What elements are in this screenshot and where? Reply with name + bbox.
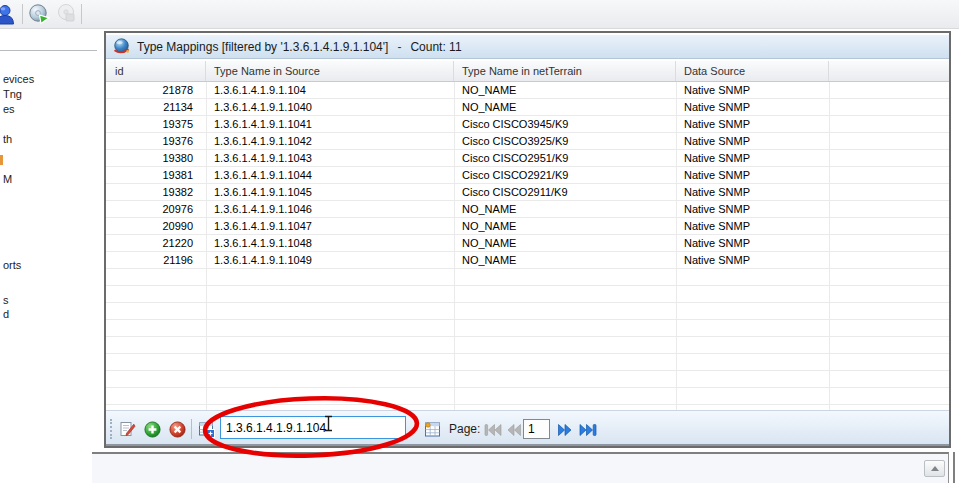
filter-grid-icon[interactable]	[197, 420, 215, 438]
grid-header: id Type Name in Source Type Name in netT…	[106, 61, 949, 82]
cell-blank	[829, 99, 949, 115]
cell-data-source: Native SNMP	[676, 201, 829, 217]
edit-button[interactable]	[118, 420, 136, 438]
cell-id: 21134	[106, 99, 206, 115]
grid-toolbar: Page:	[106, 410, 949, 446]
top-toolbar	[0, 0, 959, 29]
cell-blank	[829, 150, 949, 166]
cell-id: 21220	[106, 235, 206, 251]
toolbar-grip[interactable]	[110, 419, 113, 439]
next-page-button[interactable]	[555, 421, 575, 438]
cell-netterrain: NO_NAME	[454, 252, 676, 268]
filter-input[interactable]	[220, 416, 406, 439]
delete-button[interactable]	[168, 420, 186, 438]
up-arrow-icon	[931, 466, 939, 471]
cell-netterrain: NO_NAME	[454, 82, 676, 98]
table-row[interactable]: 20976 1.3.6.1.4.1.9.1.1046 NO_NAME Nativ…	[106, 201, 949, 218]
cell-netterrain: Cisco CISCO2951/K9	[454, 150, 676, 166]
table-row[interactable]: 19381 1.3.6.1.4.1.9.1.1044 Cisco CISCO29…	[106, 167, 949, 184]
cell-netterrain: NO_NAME	[454, 218, 676, 234]
cell-blank	[829, 218, 949, 234]
last-page-button[interactable]	[578, 421, 598, 438]
cell-data-source: Native SNMP	[676, 252, 829, 268]
add-button[interactable]	[143, 420, 161, 438]
cell-id: 19375	[106, 116, 206, 132]
sidebar-item[interactable]: es	[3, 103, 15, 115]
column-header-datasource[interactable]: Data Source	[676, 61, 829, 81]
table-row[interactable]: 21196 1.3.6.1.4.1.9.1.1049 NO_NAME Nativ…	[106, 252, 949, 269]
page-grid-icon[interactable]	[423, 420, 441, 438]
cell-id: 19382	[106, 184, 206, 200]
cell-blank	[829, 82, 949, 98]
column-header-source[interactable]: Type Name in Source	[206, 61, 454, 81]
toolbar-separator	[22, 4, 23, 24]
table-row[interactable]: 21220 1.3.6.1.4.1.9.1.1048 NO_NAME Nativ…	[106, 235, 949, 252]
disabled-disc-icon[interactable]	[54, 2, 79, 27]
cell-netterrain: Cisco CISCO3945/K9	[454, 116, 676, 132]
cell-id: 19376	[106, 133, 206, 149]
bottom-pane	[92, 452, 949, 483]
cell-id: 19380	[106, 150, 206, 166]
run-export-icon[interactable]	[27, 2, 52, 27]
cell-source: 1.3.6.1.4.1.9.1.1042	[206, 133, 454, 149]
cell-data-source: Native SNMP	[676, 133, 829, 149]
cell-blank	[829, 252, 949, 268]
sidebar-item[interactable]: th	[3, 133, 12, 145]
table-row[interactable]: 19382 1.3.6.1.4.1.9.1.1045 Cisco CISCO29…	[106, 184, 949, 201]
sidebar-item[interactable]: d	[3, 308, 9, 320]
cell-id: 21878	[106, 82, 206, 98]
prev-page-button[interactable]	[504, 421, 524, 438]
cell-source: 1.3.6.1.4.1.9.1.1047	[206, 218, 454, 234]
cell-netterrain: Cisco CISCO2911/K9	[454, 184, 676, 200]
sidebar-item[interactable]: s	[3, 294, 9, 306]
cell-source: 1.3.6.1.4.1.9.1.1049	[206, 252, 454, 268]
cell-source: 1.3.6.1.4.1.9.1.1041	[206, 116, 454, 132]
column-header-netterrain[interactable]: Type Name in netTerrain	[454, 61, 676, 81]
cell-netterrain: NO_NAME	[454, 99, 676, 115]
cell-source: 1.3.6.1.4.1.9.1.104	[206, 82, 454, 98]
cell-data-source: Native SNMP	[676, 184, 829, 200]
cell-netterrain: Cisco CISCO3925/K9	[454, 133, 676, 149]
right-pane-edge	[953, 452, 959, 483]
cell-id: 19381	[106, 167, 206, 183]
cell-source: 1.3.6.1.4.1.9.1.1046	[206, 201, 454, 217]
type-mappings-icon	[113, 38, 130, 55]
column-header-id[interactable]: id	[106, 61, 206, 81]
type-mappings-panel: Type Mappings [filtered by '1.3.6.1.4.1.…	[104, 31, 951, 448]
cell-data-source: Native SNMP	[676, 99, 829, 115]
grid-body: 21878 1.3.6.1.4.1.9.1.104 NO_NAME Native…	[106, 82, 949, 410]
scroll-up-button[interactable]	[924, 460, 945, 477]
table-row[interactable]: 19380 1.3.6.1.4.1.9.1.1043 Cisco CISCO29…	[106, 150, 949, 167]
table-row[interactable]: 20990 1.3.6.1.4.1.9.1.1047 NO_NAME Nativ…	[106, 218, 949, 235]
table-row[interactable]: 19376 1.3.6.1.4.1.9.1.1042 Cisco CISCO39…	[106, 133, 949, 150]
cell-netterrain: NO_NAME	[454, 235, 676, 251]
cell-source: 1.3.6.1.4.1.9.1.1048	[206, 235, 454, 251]
cell-data-source: Native SNMP	[676, 167, 829, 183]
sidebar-item[interactable]: M	[3, 173, 12, 185]
user-icon[interactable]	[0, 2, 17, 27]
panel-titlebar: Type Mappings [filtered by '1.3.6.1.4.1.…	[106, 35, 949, 59]
cell-source: 1.3.6.1.4.1.9.1.1040	[206, 99, 454, 115]
table-row[interactable]: 21134 1.3.6.1.4.1.9.1.1040 NO_NAME Nativ…	[106, 99, 949, 116]
panel-count: Count: 11	[410, 40, 461, 54]
cell-id: 20976	[106, 201, 206, 217]
table-row[interactable]: 21878 1.3.6.1.4.1.9.1.104 NO_NAME Native…	[106, 82, 949, 99]
table-row[interactable]: 19375 1.3.6.1.4.1.9.1.1041 Cisco CISCO39…	[106, 116, 949, 133]
cell-netterrain: NO_NAME	[454, 201, 676, 217]
sidebar-item-reports[interactable]: orts	[3, 259, 21, 271]
cell-source: 1.3.6.1.4.1.9.1.1044	[206, 167, 454, 183]
selected-item-indicator	[0, 155, 3, 165]
toolbar-separator	[191, 419, 192, 439]
cell-source: 1.3.6.1.4.1.9.1.1043	[206, 150, 454, 166]
sidebar: evices Tng es th M orts s d	[0, 29, 102, 483]
panel-title: Type Mappings [filtered by '1.3.6.1.4.1.…	[137, 40, 388, 54]
cell-blank	[829, 201, 949, 217]
page-label: Page:	[449, 422, 480, 436]
first-page-button[interactable]	[483, 421, 503, 438]
cell-blank	[829, 184, 949, 200]
toolbar-separator	[81, 4, 82, 24]
cell-blank	[829, 167, 949, 183]
page-number-input[interactable]	[523, 419, 550, 439]
sidebar-item[interactable]: Tng	[3, 88, 22, 100]
sidebar-item-devices[interactable]: evices	[3, 73, 34, 85]
